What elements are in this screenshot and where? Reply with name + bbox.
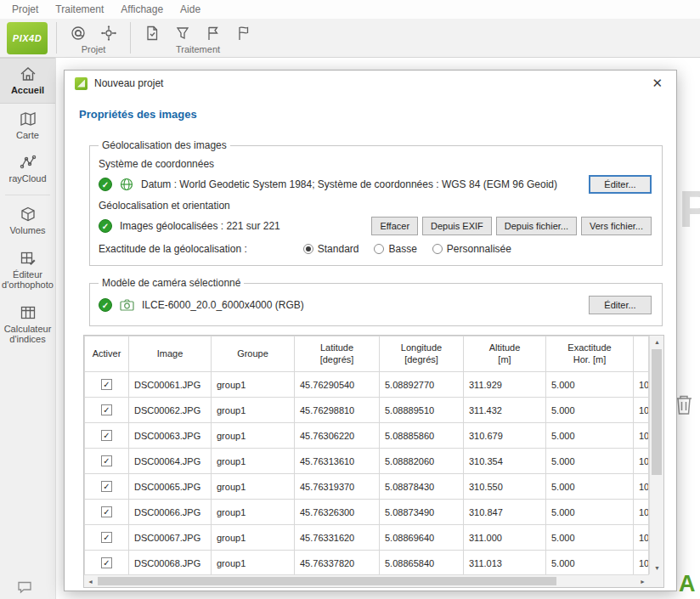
radio-basse[interactable]: Basse	[374, 243, 416, 255]
cell-image[interactable]: DSC00063.JPG	[129, 423, 212, 449]
menu-affichage[interactable]: Affichage	[112, 1, 172, 18]
edit-camera-button[interactable]: Éditer...	[589, 296, 652, 314]
menu-traitement[interactable]: Traitement	[47, 1, 112, 18]
horizontal-scrollbar-thumb[interactable]	[98, 577, 556, 585]
project-globe-icon[interactable]	[67, 22, 89, 44]
cell-longitude[interactable]: 5.08869640	[380, 525, 464, 551]
sidebar-item-raycloud[interactable]: rayCloud	[0, 147, 55, 191]
feedback-icon[interactable]	[17, 580, 32, 594]
cell-longitude[interactable]: 5.08865840	[380, 551, 464, 575]
cell-image[interactable]: DSC00062.JPG	[129, 398, 212, 423]
from-exif-button[interactable]: Depuis EXIF	[422, 217, 492, 235]
local-processing-icon[interactable]	[141, 22, 163, 44]
cell-longitude[interactable]: 5.08882060	[380, 449, 464, 474]
cell-overflow[interactable]: 10	[634, 398, 649, 423]
cell-altitude[interactable]: 310.550	[464, 474, 546, 500]
cell-longitude[interactable]: 5.08889510	[380, 398, 464, 423]
radio-standard[interactable]: Standard	[303, 243, 359, 255]
table-row[interactable]: ✓DSC00064.JPGgroup145.763136105.08882060…	[85, 449, 649, 474]
dialog-titlebar[interactable]: Nouveau projet ✕	[65, 71, 676, 96]
table-row[interactable]: ✓DSC00067.JPGgroup145.763316205.08869640…	[85, 525, 649, 551]
table-row[interactable]: ✓DSC00062.JPGgroup145.762988105.08889510…	[85, 398, 649, 423]
cell-latitude[interactable]: 45.76337820	[295, 551, 380, 575]
checkbox-icon[interactable]: ✓	[101, 506, 112, 517]
sidebar-item-editeur-orthophoto[interactable]: Éditeur d'orthophoto	[0, 243, 55, 297]
col-groupe[interactable]: Groupe	[212, 336, 295, 372]
cell-latitude[interactable]: 45.76319370	[295, 474, 380, 500]
cell-latitude[interactable]: 45.76298810	[295, 398, 380, 423]
cell-activer[interactable]: ✓	[85, 398, 129, 423]
checkbox-icon[interactable]: ✓	[101, 481, 112, 492]
cell-image[interactable]: DSC00061.JPG	[129, 372, 212, 398]
cell-image[interactable]: DSC00066.JPG	[129, 500, 212, 525]
cell-image[interactable]: DSC00065.JPG	[129, 474, 212, 500]
project-target-icon[interactable]	[98, 22, 120, 44]
cell-groupe[interactable]: group1	[212, 398, 295, 423]
cell-exactitude[interactable]: 5.000	[546, 551, 634, 575]
vertical-scrollbar[interactable]: ▲ ▼	[649, 336, 663, 574]
cell-image[interactable]: DSC00064.JPG	[129, 449, 212, 474]
vertical-scrollbar-thumb[interactable]	[652, 349, 662, 475]
cell-latitude[interactable]: 45.76313610	[295, 449, 380, 474]
upload-flag-icon[interactable]	[233, 22, 255, 44]
col-activer[interactable]: Activer	[85, 336, 129, 372]
cell-latitude[interactable]: 45.76306220	[295, 423, 380, 449]
col-image[interactable]: Image	[129, 336, 212, 372]
cell-exactitude[interactable]: 5.000	[546, 449, 634, 474]
table-row[interactable]: ✓DSC00068.JPGgroup145.763378205.08865840…	[85, 551, 649, 575]
cell-exactitude[interactable]: 5.000	[546, 398, 634, 423]
cell-altitude[interactable]: 311.929	[464, 372, 546, 398]
to-file-button[interactable]: Vers fichier...	[581, 217, 652, 235]
cell-altitude[interactable]: 310.847	[464, 500, 546, 525]
cell-groupe[interactable]: group1	[212, 525, 295, 551]
checkbox-icon[interactable]: ✓	[101, 557, 112, 568]
cell-activer[interactable]: ✓	[85, 551, 129, 575]
table-row[interactable]: ✓DSC00065.JPGgroup145.763193705.08878430…	[85, 474, 649, 500]
checkbox-icon[interactable]: ✓	[101, 430, 112, 441]
cell-overflow[interactable]: 10	[634, 500, 649, 525]
checkbox-icon[interactable]: ✓	[101, 455, 112, 466]
cell-overflow[interactable]: 10	[634, 551, 649, 575]
cell-groupe[interactable]: group1	[212, 500, 295, 525]
cell-longitude[interactable]: 5.08873490	[380, 500, 464, 525]
cell-overflow[interactable]: 10	[634, 525, 649, 551]
cell-altitude[interactable]: 310.354	[464, 449, 546, 474]
col-exactitude[interactable]: ExactitudeHor. [m]	[546, 336, 634, 372]
cell-activer[interactable]: ✓	[85, 423, 129, 449]
checkbox-icon[interactable]: ✓	[101, 532, 112, 543]
clear-button[interactable]: Effacer	[371, 217, 418, 235]
cell-groupe[interactable]: group1	[212, 423, 295, 449]
cell-altitude[interactable]: 310.679	[464, 423, 546, 449]
table-row[interactable]: ✓DSC00061.JPGgroup145.762905405.08892770…	[85, 372, 649, 398]
scroll-left-icon[interactable]: ◄	[84, 575, 97, 588]
cell-longitude[interactable]: 5.08885860	[380, 423, 464, 449]
sidebar-item-accueil[interactable]: Accueil	[0, 58, 55, 104]
scroll-up-icon[interactable]: ▲	[650, 336, 664, 348]
scroll-down-icon[interactable]: ▼	[650, 562, 664, 574]
cell-groupe[interactable]: group1	[212, 474, 295, 500]
cell-exactitude[interactable]: 5.000	[546, 474, 634, 500]
start-flag-icon[interactable]	[202, 22, 224, 44]
radio-personnalisee[interactable]: Personnalisée	[432, 243, 511, 255]
menu-projet[interactable]: Projet	[3, 1, 47, 18]
sidebar-item-volumes[interactable]: Volumes	[0, 199, 55, 243]
cell-altitude[interactable]: 311.432	[464, 398, 546, 423]
table-row[interactable]: ✓DSC00066.JPGgroup145.763263005.08873490…	[85, 500, 649, 525]
cell-groupe[interactable]: group1	[212, 449, 295, 474]
cell-exactitude[interactable]: 5.000	[546, 372, 634, 398]
table-row[interactable]: ✓DSC00063.JPGgroup145.763062205.08885860…	[85, 423, 649, 449]
sidebar-item-calculateur-indices[interactable]: Calculateur d'indices	[0, 297, 55, 352]
cell-exactitude[interactable]: 5.000	[546, 423, 634, 449]
cell-exactitude[interactable]: 5.000	[546, 525, 634, 551]
scroll-right-icon[interactable]: ►	[636, 575, 649, 588]
horizontal-scrollbar[interactable]: ◄ ►	[84, 574, 649, 587]
cell-overflow[interactable]: 10	[634, 474, 649, 500]
cell-activer[interactable]: ✓	[85, 500, 129, 525]
sidebar-item-carte[interactable]: Carte	[0, 104, 55, 148]
menu-aide[interactable]: Aide	[172, 1, 209, 18]
cell-activer[interactable]: ✓	[85, 372, 129, 398]
cell-overflow[interactable]: 10	[634, 449, 649, 474]
processing-options-icon[interactable]	[172, 22, 194, 44]
from-file-button[interactable]: Depuis fichier...	[496, 217, 577, 235]
cell-overflow[interactable]: 10	[634, 372, 649, 398]
